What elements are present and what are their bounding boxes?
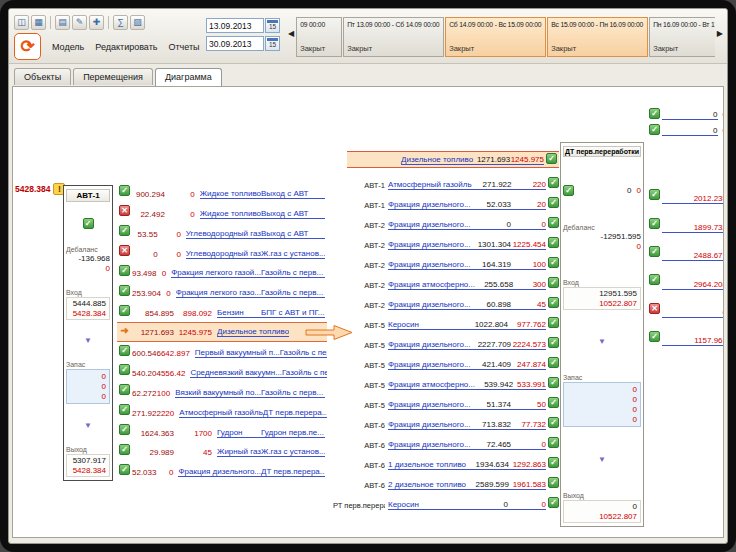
status-icon[interactable] (649, 218, 660, 229)
tab-movements[interactable]: Перемещения (73, 68, 153, 85)
status-icon[interactable] (548, 397, 559, 408)
status-icon[interactable] (548, 217, 559, 228)
product-link[interactable]: Бензин (217, 308, 244, 318)
product-link[interactable]: Вязкий вакуумный по... (175, 388, 261, 398)
product-link[interactable]: Фракция атмосферно... (388, 380, 475, 390)
calendar-icon[interactable]: 15 (265, 36, 280, 51)
destination-link[interactable]: Газойль с перв... (261, 268, 325, 278)
destination-link[interactable]: БПГ с АВТ и ПГ... (261, 308, 325, 318)
menu-model-button[interactable]: Модель (52, 42, 84, 52)
status-icon[interactable] (119, 424, 130, 435)
destination-link[interactable]: Газойль с перв... (282, 368, 327, 378)
product-link[interactable]: Фракция атмосферно... (388, 280, 475, 290)
status-icon[interactable] (119, 384, 130, 395)
product-link[interactable]: Фракция дизельного... (388, 300, 471, 310)
status-icon[interactable] (119, 345, 130, 356)
status-icon[interactable] (119, 205, 130, 216)
status-icon[interactable] (546, 153, 557, 164)
product-link[interactable]: 1 дизельное топливо (388, 460, 466, 470)
calc-icon[interactable]: ∑ (113, 15, 128, 30)
status-icon[interactable] (119, 225, 130, 236)
add-icon[interactable]: ✚ (89, 15, 104, 30)
status-icon[interactable] (548, 317, 559, 328)
period-panel[interactable]: Пт 13.09 00:00 - Сб 14.09 00:00 Закрыт (343, 17, 444, 57)
product-link[interactable]: Керосин (388, 500, 419, 510)
product-link[interactable]: Средневязкий вакуумн... (190, 368, 282, 378)
save-icon[interactable]: ▦ (31, 15, 46, 30)
status-icon[interactable] (548, 497, 559, 508)
status-icon[interactable] (119, 285, 130, 296)
period-panel[interactable]: Пн 16.09 00:00 - Вт 17.09 00:0 Закрыт (649, 17, 715, 57)
product-link[interactable]: Фракция дизельного... (388, 220, 471, 230)
status-icon[interactable] (649, 274, 660, 285)
product-link[interactable]: Фракция легкого газо... (176, 288, 261, 298)
product-link[interactable]: Фракция легкого газой... (171, 268, 261, 278)
product-link[interactable]: Фракция дизельного... (178, 467, 261, 477)
destination-link[interactable]: Выход с АВТ (261, 189, 325, 199)
status-icon[interactable] (649, 108, 660, 119)
status-icon[interactable] (119, 464, 130, 475)
product-link[interactable]: 2 дизельное топливо (388, 480, 466, 490)
status-icon[interactable] (548, 457, 559, 468)
edit-icon[interactable]: ✎ (72, 15, 87, 30)
destination-link[interactable]: Ж.газ с установ... (261, 249, 325, 259)
status-icon[interactable] (119, 245, 130, 256)
status-icon[interactable] (649, 124, 660, 135)
status-icon[interactable] (649, 331, 660, 342)
status-icon[interactable] (119, 265, 130, 276)
destination-link[interactable]: Газойль с перв... (280, 348, 327, 358)
status-icon[interactable] (548, 417, 559, 428)
destination-link[interactable]: Ж.газ с установ... (261, 447, 325, 457)
destination-link[interactable]: Выход с АВТ (261, 209, 325, 219)
destination-link[interactable]: ДТ перв.перера... (263, 408, 327, 418)
product-link[interactable]: Фракция дизельного... (388, 360, 471, 370)
product-link[interactable]: Атмосферный газойль (388, 180, 472, 190)
product-link[interactable]: Фракция дизельного... (388, 260, 471, 270)
app-logo-icon[interactable]: ⟳ (14, 33, 41, 60)
product-link[interactable]: Фракция дизельного... (388, 440, 471, 450)
date-to-input[interactable] (206, 36, 264, 51)
unit-block-avt1[interactable]: АВТ-1 Дебаланс -136.9680 Вход 5444.88554… (63, 185, 113, 481)
product-link[interactable]: Первый вакуумный п... (195, 348, 280, 358)
status-icon[interactable] (119, 404, 130, 415)
status-icon[interactable] (119, 444, 130, 455)
unit-block-dt[interactable]: ДТ перв.переработки 00 Дебаланс -12951.5… (560, 142, 644, 527)
status-icon[interactable] (649, 246, 660, 257)
tab-objects[interactable]: Объекты (14, 68, 71, 85)
product-link[interactable]: Атмосферный газойль (179, 408, 263, 418)
product-link[interactable]: Дизельное топливо (401, 155, 473, 165)
destination-link[interactable]: Газойль с перв... (261, 388, 325, 398)
product-link[interactable]: Фракция дизельного... (388, 400, 471, 410)
calendar-icon[interactable]: 15 (265, 18, 280, 33)
status-icon[interactable] (548, 237, 559, 248)
product-link[interactable]: Жидкое топливо (200, 209, 261, 219)
status-icon[interactable] (649, 303, 660, 314)
product-link[interactable]: Жидкое топливо (200, 189, 261, 199)
product-link[interactable]: Фракция дизельного... (388, 340, 471, 350)
menu-edit-button[interactable]: Редактировать (95, 42, 157, 52)
destination-link[interactable]: Выход с АВТ (261, 229, 325, 239)
status-icon[interactable] (119, 185, 130, 196)
status-icon[interactable] (119, 305, 130, 316)
tab-diagram[interactable]: Диаграмма (155, 68, 222, 86)
status-icon[interactable] (548, 277, 559, 288)
status-icon[interactable] (548, 477, 559, 488)
status-icon[interactable] (119, 325, 130, 336)
status-icon[interactable] (548, 437, 559, 448)
product-link[interactable]: Фракция дизельного... (388, 420, 471, 430)
period-panel[interactable]: 09 00:00 Закрыт (296, 17, 342, 57)
destination-link[interactable]: Газойль с перв... (261, 288, 325, 298)
product-link[interactable]: Керосин (388, 320, 419, 330)
product-link[interactable]: Фракция дизельного... (388, 200, 471, 210)
table-icon[interactable]: ▤ (55, 15, 70, 30)
status-icon[interactable] (119, 364, 130, 375)
status-icon[interactable] (548, 377, 559, 388)
product-link[interactable]: Углеводородный газ (186, 229, 261, 239)
status-icon[interactable] (649, 189, 660, 200)
periods-next-icon[interactable]: ▶ (717, 29, 723, 38)
product-link[interactable]: Углеводородный газ (186, 249, 261, 259)
product-link[interactable]: Жирный газ (217, 447, 261, 457)
period-panel[interactable]: Вс 15.09 00:00 - Пн 16.09 00:00 Закрыт (547, 17, 648, 57)
status-icon[interactable] (548, 177, 559, 188)
status-icon[interactable] (548, 337, 559, 348)
